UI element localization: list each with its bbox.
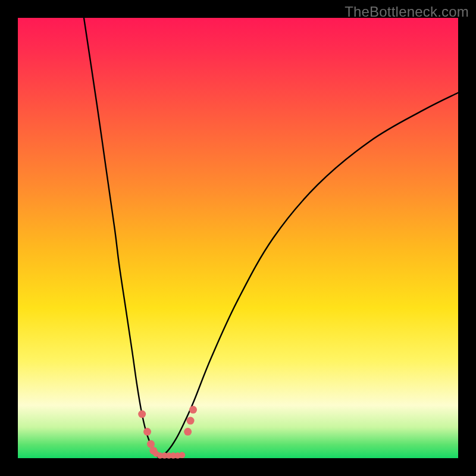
chart-frame: TheBottleneck.com (0, 0, 476, 476)
marker-point (143, 428, 151, 436)
bottleneck-curve-left (84, 18, 159, 458)
marker-point (179, 452, 185, 458)
marker-point (187, 417, 195, 425)
marker-point (147, 440, 155, 448)
curve-group (84, 18, 458, 458)
marker-point (189, 406, 197, 414)
chart-curves-svg (18, 18, 458, 458)
marker-point (138, 411, 146, 418)
watermark-text: TheBottleneck.com (345, 4, 469, 20)
bottleneck-curve-right (159, 93, 458, 458)
marker-point (184, 428, 192, 436)
